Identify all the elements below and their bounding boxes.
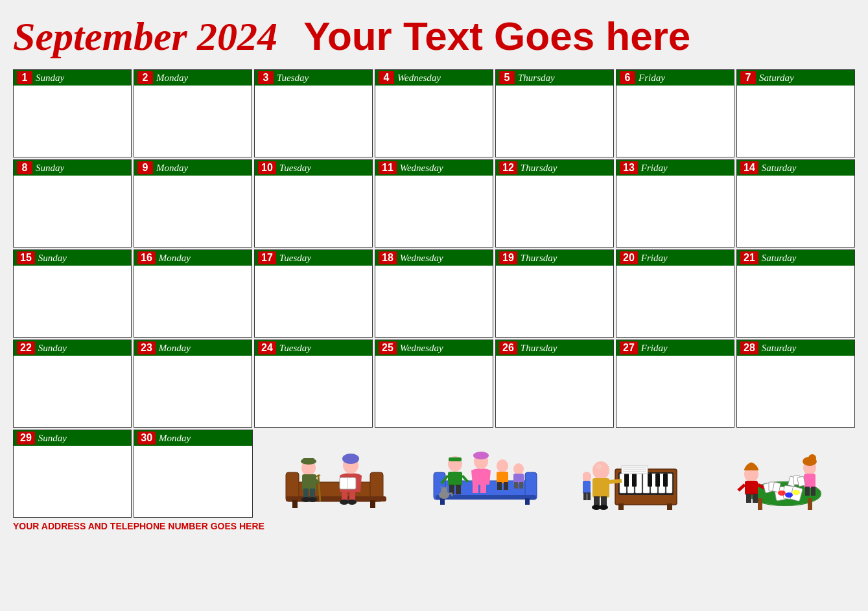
day-number: 14 — [740, 161, 758, 174]
svg-rect-102 — [804, 474, 815, 488]
piano-illustration — [583, 437, 683, 511]
day-number: 1 — [17, 71, 32, 84]
day-number: 23 — [137, 341, 156, 354]
calendar-day-13[interactable]: 13 Friday — [616, 159, 734, 248]
calendar-day-27[interactable]: 27 Friday — [616, 340, 734, 428]
calendar-day-7[interactable]: 7 Saturday — [736, 69, 855, 157]
svg-point-72 — [596, 464, 602, 469]
svg-rect-47 — [514, 482, 518, 489]
svg-rect-85 — [758, 498, 762, 510]
calendar-day-26[interactable]: 26 Thursday — [495, 340, 614, 428]
calendar-day-16[interactable]: 16 Monday — [134, 249, 252, 338]
day-name: Wednesday — [400, 163, 443, 174]
svg-point-13 — [308, 497, 317, 502]
calendar-day-12[interactable]: 12 Thursday — [495, 159, 614, 248]
calendar-day-11[interactable]: 11 Wednesday — [375, 159, 493, 248]
calendar-day-3[interactable]: 3 Tuesday — [254, 69, 373, 157]
day-name: Friday — [641, 343, 668, 354]
calendar-day-21[interactable]: 21 Saturday — [736, 249, 855, 338]
day-name: Sunday — [36, 163, 64, 174]
day-number: 5 — [499, 71, 515, 84]
svg-rect-80 — [583, 481, 591, 494]
calendar-day-30[interactable]: 30 Monday — [134, 430, 252, 518]
calendar-day-25[interactable]: 25 Wednesday — [375, 340, 493, 428]
day-number: 12 — [499, 161, 517, 174]
calendar-day-14[interactable]: 14 Saturday — [736, 159, 855, 248]
svg-rect-29 — [525, 498, 530, 505]
day-name: Friday — [639, 73, 665, 84]
day-number: 21 — [740, 251, 758, 264]
svg-rect-63 — [655, 474, 660, 487]
svg-point-71 — [592, 461, 609, 479]
address-bar: YOUR ADDRESS AND TELEPHONE NUMBER GOES H… — [13, 521, 855, 531]
svg-rect-62 — [648, 474, 652, 487]
svg-line-92 — [738, 485, 745, 490]
calendar-day-24[interactable]: 24 Tuesday — [254, 340, 373, 428]
svg-rect-46 — [513, 474, 524, 483]
day-number: 16 — [137, 251, 156, 264]
day-number: 29 — [17, 432, 35, 444]
day-number: 17 — [258, 251, 276, 264]
calendar-day-1[interactable]: 1 Sunday — [13, 69, 132, 157]
day-name: Saturday — [759, 73, 794, 84]
svg-rect-91 — [745, 481, 758, 495]
day-number: 7 — [740, 71, 756, 84]
day-name: Sunday — [36, 73, 64, 84]
calendar-day-20[interactable]: 20 Friday — [616, 249, 734, 338]
svg-rect-69 — [618, 503, 624, 510]
day-number: 13 — [620, 161, 638, 174]
last-row-section: 29 Sunday 30 Monday — [13, 430, 855, 518]
svg-rect-60 — [624, 474, 629, 487]
calendar-day-2[interactable]: 2 Monday — [134, 69, 252, 157]
svg-rect-107 — [805, 487, 810, 496]
svg-rect-5 — [370, 500, 375, 508]
day-name: Monday — [156, 163, 188, 174]
calendar-day-22[interactable]: 22 Sunday — [13, 340, 132, 428]
calendar-day-28[interactable]: 28 Saturday — [736, 340, 855, 428]
day-number: 19 — [499, 251, 517, 264]
illustrations-area — [255, 430, 855, 518]
svg-rect-32 — [448, 472, 462, 486]
day-name: Saturday — [762, 343, 797, 354]
day-name: Wednesday — [400, 253, 443, 264]
couch-couple-illustration — [283, 437, 390, 511]
calendar-day-10[interactable]: 10 Tuesday — [254, 159, 373, 248]
svg-rect-4 — [292, 500, 298, 508]
calendar-day-9[interactable]: 9 Monday — [134, 159, 252, 248]
day-number: 2 — [137, 71, 153, 84]
svg-rect-86 — [808, 498, 812, 510]
calendar-day-6[interactable]: 6 Friday — [616, 69, 734, 157]
day-name: Friday — [641, 253, 668, 264]
calendar-day-5[interactable]: 5 Thursday — [495, 69, 614, 157]
svg-point-17 — [342, 454, 359, 464]
calendar-day-17[interactable]: 17 Tuesday — [254, 249, 373, 338]
day-number: 25 — [379, 341, 397, 354]
day-number: 10 — [258, 161, 276, 174]
svg-rect-70 — [667, 503, 672, 510]
day-number: 6 — [620, 71, 635, 84]
day-number: 3 — [258, 71, 274, 84]
day-number: 26 — [499, 341, 517, 354]
calendar-day-23[interactable]: 23 Monday — [134, 340, 252, 428]
svg-rect-61 — [632, 474, 637, 487]
day-name: Sunday — [38, 433, 67, 444]
day-number: 22 — [17, 341, 35, 354]
svg-point-101 — [808, 454, 816, 462]
svg-rect-98 — [753, 494, 758, 503]
svg-rect-40 — [480, 483, 486, 493]
day-name: Monday — [159, 433, 191, 444]
calendar-day-29[interactable]: 29 Sunday — [13, 430, 132, 518]
calendar-day-18[interactable]: 18 Wednesday — [375, 249, 493, 338]
svg-rect-31 — [449, 457, 462, 461]
calendar-day-19[interactable]: 19 Thursday — [495, 249, 614, 338]
day-number: 4 — [379, 71, 394, 84]
calendar-day-4[interactable]: 4 Wednesday — [375, 69, 493, 157]
svg-rect-36 — [456, 485, 461, 494]
svg-point-111 — [792, 490, 800, 495]
day-name: Monday — [156, 73, 188, 84]
calendar-day-15[interactable]: 15 Sunday — [13, 249, 132, 338]
day-name: Thursday — [521, 343, 557, 354]
svg-rect-8 — [303, 458, 314, 463]
calendar-day-8[interactable]: 8 Sunday — [13, 159, 132, 248]
svg-rect-28 — [440, 498, 445, 505]
